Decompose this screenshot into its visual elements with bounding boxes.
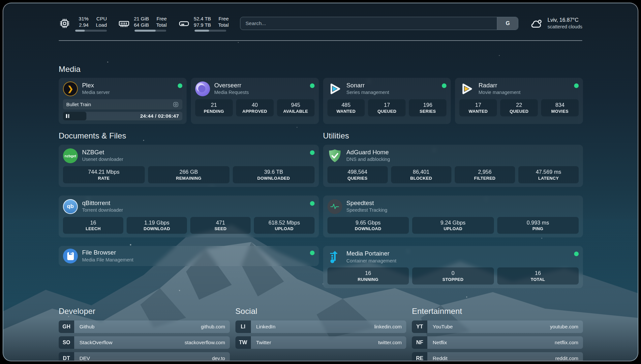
cpu-load-value: 2.94 [79,22,88,28]
app-card-filebrowser[interactable]: File Browser Media File Management [59,246,319,266]
header-divider [59,40,582,41]
link-name: Twitter [256,340,378,346]
app-name: NZBGet [82,149,306,156]
stat-upload: 9.24 GbpsUPLOAD [412,217,494,234]
memory-total-value: 64 GiB [134,22,149,28]
link-name: Github [79,324,201,330]
status-online-dot [310,201,315,206]
app-card-speedtest[interactable]: Speedtest Speedtest Tracking 9.65 GbpsDO… [323,196,583,238]
app-description: Media server [82,90,173,95]
stat-approved: 40APPROVED [236,99,274,116]
app-card-radarr[interactable]: Radarr Movie management 17WANTED 22QUEUE… [455,78,583,124]
stat-movies: 834MOVIES [541,99,579,116]
link-netflix[interactable]: NF Netflix netflix.com [412,336,583,349]
disk-total-value: 97.9 TB [194,22,211,28]
link-url: twitter.com [378,340,402,345]
app-name: Plex [82,82,173,89]
plex-chevron-glyph: ❯ [67,85,73,93]
stat-filtered: 2,956FILTERED [455,166,515,183]
stat-remaining: 266 GBREMAINING [148,166,230,183]
disk-icon [178,17,190,29]
app-name: AdGuard Home [347,149,579,156]
app-description: Torrent downloader [82,207,306,213]
stat-rate: 744.21 MbpsRATE [63,166,145,183]
social-links-column: Social LI LinkedIn linkedin.com TW Twitt… [235,307,407,361]
qbittorrent-icon: qb [63,199,78,214]
radarr-icon [459,81,474,96]
app-card-nzbget[interactable]: nzbget NZBGet Usenet downloader 744.21 M… [59,145,319,187]
cpu-usage-bar [75,30,107,32]
app-card-overseerr[interactable]: Overseerr Media Requests 21PENDING 40APP… [191,78,319,124]
weather-condition: scattered clouds [547,24,582,30]
stat-running: 16RUNNING [327,267,409,285]
portainer-icon [327,250,342,264]
app-description: DNS and adblocking [347,157,579,162]
status-online-dot [310,83,315,88]
media-cards-row: ❯ Plex Media server Bullet Train [59,78,583,124]
playback-progress-bar[interactable]: 24:44 / 02:06:47 [63,112,182,120]
search-engine-button[interactable]: G [497,17,518,30]
memory-free-label: Free [157,15,167,22]
disk-free-value: 52.4 TB [194,15,211,22]
section-title-entertainment: Entertainment [412,307,583,316]
link-dev[interactable]: DT DEV dev.to [59,352,230,361]
app-description: Series management [347,90,438,95]
cpu-stat-group: 31%2.94 CPULoad [59,15,107,32]
app-description: Movie management [478,90,570,95]
app-name: Radarr [478,82,570,89]
link-url: github.com [201,324,225,329]
app-description: Media File Management [82,257,306,262]
link-reddit[interactable]: RE Reddit reddit.com [412,352,583,361]
now-playing-title: Bullet Train [66,102,170,107]
documents-column: nzbget NZBGet Usenet downloader 744.21 M… [59,145,319,266]
app-name: Sonarr [347,82,438,89]
app-card-sonarr[interactable]: Sonarr Series management 485WANTED 17QUE… [323,78,451,124]
stat-ping: 0.993 msPING [497,217,579,234]
memory-usage-bar [135,30,166,32]
link-name: Netflix [433,340,555,346]
link-url: youtube.com [550,324,578,329]
app-card-qbittorrent[interactable]: qb qBittorrent Torrent downloader 16LEEC… [59,196,319,238]
section-title-utilities: Utilities [323,131,583,140]
link-name: YouTube [433,324,550,330]
stat-upload: 618.52 MbpsUPLOAD [254,217,314,234]
link-abbr-badge: SO [59,336,74,349]
app-name: Speedtest [347,199,579,206]
link-name: LinkedIn [256,324,374,330]
link-url: linkedin.com [374,324,402,329]
memory-stat-group: 21 GiB64 GiB FreeTotal [118,15,167,32]
section-title-documents: Documents & Files [59,131,319,140]
stat-wanted: 485WANTED [327,99,365,116]
status-online-dot [574,83,579,88]
link-abbr-badge: NF [412,336,427,349]
sonarr-icon [327,81,342,96]
entertainment-links-column: Entertainment YT YouTube youtube.com NF … [412,307,583,361]
playback-time: 24:44 / 02:06:47 [140,112,179,120]
app-card-plex[interactable]: ❯ Plex Media server Bullet Train [59,78,187,124]
link-stackoverflow[interactable]: SO StackOverflow stackoverflow.com [59,336,230,349]
link-abbr-badge: RE [412,352,427,361]
app-name: Media Portainer [347,250,570,257]
link-url: dev.to [212,355,225,361]
app-card-portainer[interactable]: Media Portainer Container management 16R… [323,246,583,288]
cpu-load-label: Load [96,22,107,28]
dashboard-screen: 31%2.94 CPULoad 21 GiB64 GiB FreeTotal [3,3,638,361]
link-github[interactable]: GH Github github.com [59,320,230,333]
cpu-icon [59,17,71,29]
app-description: Container management [347,258,570,263]
link-abbr-badge: DT [59,352,74,361]
top-bar: 31%2.94 CPULoad 21 GiB64 GiB FreeTotal [3,3,638,34]
app-description: Media Requests [214,90,306,95]
adguard-icon [327,148,342,163]
disk-free-label: Free [219,15,229,22]
section-title-social: Social [235,307,407,316]
cpu-label: CPU [96,15,107,22]
now-playing-row: Bullet Train [63,99,182,109]
app-name: File Browser [82,249,306,256]
search-input[interactable] [240,17,497,30]
link-twitter[interactable]: TW Twitter twitter.com [235,336,407,349]
link-youtube[interactable]: YT YouTube youtube.com [412,320,583,333]
link-linkedin[interactable]: LI LinkedIn linkedin.com [235,320,407,333]
app-card-adguard[interactable]: AdGuard Home DNS and adblocking 498,564Q… [323,145,583,187]
status-online-dot [442,83,446,88]
